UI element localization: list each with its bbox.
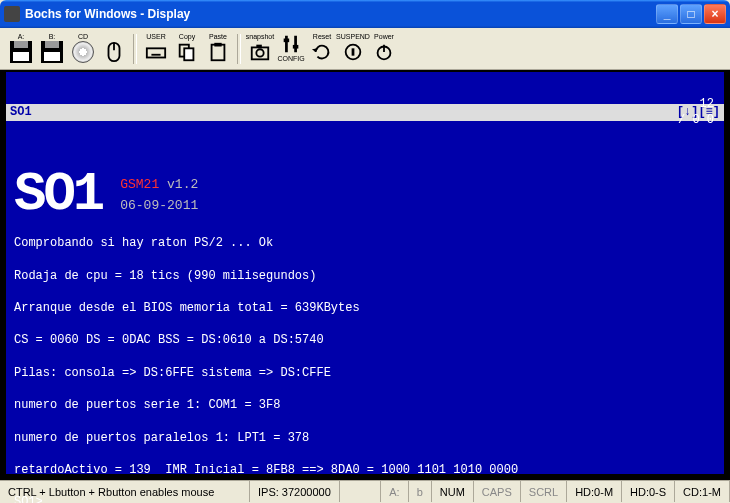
drive-a-button[interactable]: A:: [6, 32, 36, 66]
svg-rect-10: [212, 44, 225, 60]
reset-icon: [311, 41, 333, 63]
top-right-info: 12 / 0 0: [678, 96, 714, 128]
svg-rect-11: [214, 42, 221, 46]
topbar-left: SO1: [10, 104, 32, 120]
user-label: USER: [146, 33, 165, 41]
power-label: Power: [374, 33, 394, 41]
output-line: CS = 0060 DS = 0DAC BSS = DS:0610 a DS:5…: [14, 333, 324, 347]
drive-a-label: A:: [18, 33, 25, 41]
paste-label: Paste: [209, 33, 227, 41]
config-icon: [280, 33, 302, 55]
app-icon: [4, 6, 20, 22]
config-label: CONFIG: [277, 55, 304, 63]
output-line: retardoActivo = 139 IMR Inicial = 8FB8 =…: [14, 463, 518, 477]
svg-marker-19: [312, 48, 318, 52]
suspend-button[interactable]: SUSPEND: [338, 32, 368, 66]
keyboard-icon: [145, 41, 167, 63]
maximize-button[interactable]: □: [680, 4, 702, 24]
console[interactable]: SO1 [↓][≡] 12 / 0 0 SO1 GSM21 v1.2 06-09…: [6, 72, 724, 474]
mouse-button[interactable]: [99, 32, 129, 66]
svg-rect-21: [352, 48, 355, 55]
power-button[interactable]: Power: [369, 32, 399, 66]
svg-rect-17: [284, 38, 290, 42]
snapshot-button[interactable]: snapshot: [245, 32, 275, 66]
separator: [237, 34, 241, 64]
config-button[interactable]: CONFIG: [276, 32, 306, 66]
copy-button[interactable]: Copy: [172, 32, 202, 66]
svg-rect-18: [293, 44, 299, 48]
user-button[interactable]: USER: [141, 32, 171, 66]
reset-label: Reset: [313, 33, 331, 41]
version-line: GSM21 v1.2: [120, 176, 198, 194]
paste-icon: [207, 41, 229, 63]
svg-rect-9: [184, 48, 193, 60]
window-title: Bochs for Windows - Display: [25, 7, 656, 21]
svg-rect-2: [147, 48, 165, 57]
cd-button[interactable]: CD: [68, 32, 98, 66]
toolbar: A: B: CD USER Copy Paste: [0, 28, 730, 70]
output-line: numero de puertos serie 1: COM1 = 3F8: [14, 398, 280, 412]
copy-icon: [176, 41, 198, 63]
date-line: 06-09-2011: [120, 197, 198, 215]
floppy-icon: [10, 41, 32, 63]
drive-b-label: B:: [49, 33, 56, 41]
drive-b-button[interactable]: B:: [37, 32, 67, 66]
output-line: Rodaja de cpu = 18 tics (990 milisegundo…: [14, 269, 316, 283]
console-output: Comprobando si hay raton PS/2 ... Ok Rod…: [14, 235, 716, 478]
output-line: Comprobando si hay raton PS/2 ... Ok: [14, 236, 273, 250]
suspend-label: SUSPEND: [336, 33, 370, 41]
output-line: numero de puertos paralelos 1: LPT1 = 37…: [14, 431, 309, 445]
console-area: SO1 [↓][≡] 12 / 0 0 SO1 GSM21 v1.2 06-09…: [0, 70, 730, 480]
prompt: SO1>: [14, 495, 50, 503]
console-topbar: SO1 [↓][≡]: [6, 104, 724, 120]
minimize-button[interactable]: _: [656, 4, 678, 24]
cd-icon: [72, 41, 94, 63]
copy-label: Copy: [179, 33, 195, 41]
snapshot-label: snapshot: [246, 33, 274, 41]
close-button[interactable]: ×: [704, 4, 726, 24]
svg-point-13: [256, 49, 263, 56]
floppy-icon: [41, 41, 63, 63]
paste-button[interactable]: Paste: [203, 32, 233, 66]
output-line: Arranque desde el BIOS memoria total = 6…: [14, 301, 360, 315]
suspend-icon: [342, 41, 364, 63]
titlebar: Bochs for Windows - Display _ □ ×: [0, 0, 730, 28]
window-buttons: _ □ ×: [656, 4, 726, 24]
separator: [133, 34, 137, 64]
camera-icon: [249, 41, 271, 63]
svg-rect-14: [256, 44, 262, 47]
mouse-icon: [103, 41, 125, 63]
reset-button[interactable]: Reset: [307, 32, 337, 66]
power-icon: [373, 41, 395, 63]
cd-label: CD: [78, 33, 88, 41]
so1-logo: SO1: [14, 171, 102, 219]
output-line: Pilas: consola => DS:6FFE sistema => DS:…: [14, 366, 331, 380]
